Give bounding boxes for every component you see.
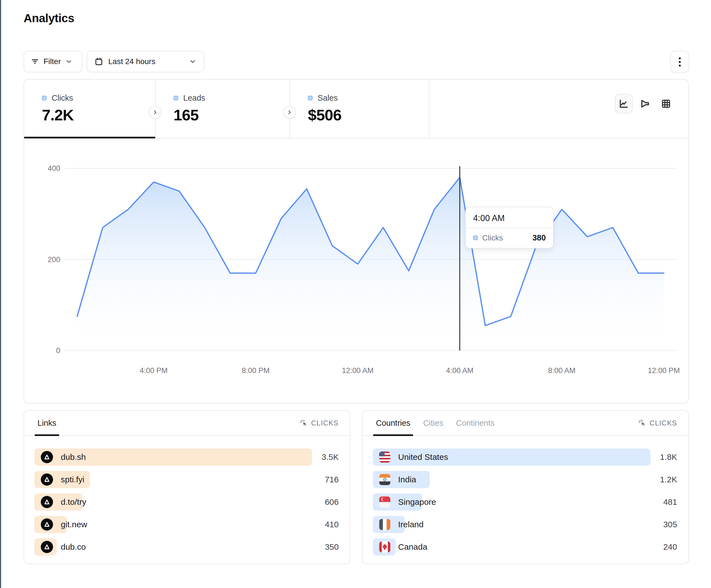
country-label: Singapore [398, 497, 436, 507]
tab-sales[interactable]: Sales $506 [289, 80, 430, 138]
line-chart-icon [619, 98, 629, 109]
tab-countries[interactable]: Countries [376, 410, 410, 435]
filter-icon [31, 58, 39, 66]
x-axis-tick: 8:00 AM [548, 366, 576, 375]
link-row[interactable]: d.to/try 606 [35, 493, 339, 511]
clicks-legend-swatch [42, 96, 47, 100]
link-label: dub.sh [61, 452, 86, 462]
country-flag-icon [379, 541, 390, 552]
date-range-label: Last 24 hours [108, 57, 155, 66]
y-axis-tick: 200 [35, 255, 60, 264]
tooltip-series-label: Clicks [482, 233, 503, 243]
metric-label: CLICKS [650, 419, 677, 427]
y-axis-tick: 400 [35, 164, 60, 173]
links-panel: Links CLICKS dub.sh 3.5K [24, 410, 350, 564]
dub-logo-icon [41, 518, 53, 530]
stat-label: Clicks [52, 93, 73, 103]
tooltip-time: 4:00 AM [466, 207, 553, 228]
country-clicks-value: 1.8K [660, 449, 677, 466]
dub-logo-icon [41, 451, 53, 463]
dub-logo-icon [41, 541, 53, 553]
sales-legend-swatch [308, 96, 313, 100]
countries-list: United States 1.8K India 1.2K [363, 436, 688, 556]
links-list: dub.sh 3.5K spti.fyi 716 [24, 436, 350, 556]
link-row[interactable]: dub.sh 3.5K [35, 449, 339, 466]
tooltip-value: 380 [533, 233, 546, 243]
country-row[interactable]: Ireland 305 [373, 516, 677, 533]
link-label: spti.fyi [61, 475, 84, 484]
country-row[interactable]: India 1.2K [373, 471, 677, 488]
window-edge [0, 0, 1, 588]
tab-continents[interactable]: Continents [456, 410, 495, 435]
date-range-button[interactable]: Last 24 hours [87, 51, 204, 72]
page-title: Analytics [24, 12, 74, 25]
link-clicks-value: 350 [325, 538, 339, 556]
countries-panel: Countries Cities Continents CLICKS [362, 410, 689, 564]
country-label: Canada [398, 542, 427, 552]
country-clicks-value: 305 [663, 516, 677, 533]
country-clicks-value: 240 [663, 538, 677, 556]
dub-logo-icon [41, 496, 53, 508]
stat-value: 165 [173, 106, 289, 124]
chart-type-toolbar [615, 94, 675, 113]
tab-label: Continents [456, 419, 495, 428]
link-label: git.new [61, 520, 87, 529]
country-clicks-value: 481 [663, 493, 677, 511]
link-row[interactable]: spti.fyi 716 [35, 471, 339, 488]
tab-label: Cities [423, 419, 444, 428]
filter-button-label: Filter [44, 57, 61, 66]
clicks-time-series-chart[interactable]: 0200400 4:00 PM8:00 PM12:00 AM4:00 AM8:0… [24, 138, 689, 404]
link-clicks-value: 410 [325, 516, 339, 533]
y-axis-tick: 0 [35, 346, 60, 355]
metric-label: CLICKS [311, 419, 339, 427]
tab-links[interactable]: Links [38, 410, 56, 435]
country-flag-icon [379, 452, 390, 462]
chart-area-fill [77, 178, 664, 350]
filter-button[interactable]: Filter [24, 51, 83, 72]
tab-label: Links [38, 419, 56, 428]
x-axis-tick: 4:00 PM [139, 366, 168, 375]
link-label: dub.co [61, 542, 86, 552]
tab-label: Countries [376, 419, 410, 428]
chevron-right-icon [286, 109, 293, 115]
country-label: Ireland [398, 520, 424, 529]
chevron-right-icon [152, 109, 158, 115]
country-row[interactable]: United States 1.8K [373, 449, 677, 466]
link-clicks-value: 716 [325, 471, 339, 488]
country-label: India [398, 475, 416, 484]
link-row[interactable]: git.new 410 [35, 516, 339, 533]
cursor-click-icon [638, 419, 646, 427]
table-view-button[interactable] [657, 94, 675, 113]
chevron-down-icon [189, 58, 197, 65]
country-label: United States [398, 452, 448, 462]
stats-row: Clicks 7.2K Leads 165 Sales $506 [24, 80, 688, 138]
funnel-view-button[interactable] [636, 94, 654, 113]
countries-metric-header[interactable]: CLICKS [638, 419, 677, 427]
stat-value: $506 [308, 106, 429, 124]
leads-legend-swatch [173, 96, 178, 100]
expand-clicks-button[interactable] [149, 106, 161, 119]
dub-logo-icon [41, 473, 53, 485]
chart-canvas [24, 138, 689, 404]
x-axis-tick: 12:00 PM [648, 366, 680, 375]
tab-cities[interactable]: Cities [423, 410, 444, 435]
chart-tooltip: 4:00 AM Clicks 380 [465, 207, 554, 249]
link-row[interactable]: dub.co 350 [35, 538, 339, 556]
country-flag-icon [379, 519, 390, 530]
country-row[interactable]: Singapore 481 [373, 493, 677, 511]
analytics-card: Clicks 7.2K Leads 165 Sales $506 [24, 79, 689, 404]
more-options-button[interactable] [670, 51, 689, 73]
expand-leads-button[interactable] [283, 106, 296, 119]
links-metric-header[interactable]: CLICKS [300, 419, 339, 427]
tooltip-legend-swatch [473, 235, 478, 240]
tab-clicks[interactable]: Clicks 7.2K [24, 80, 155, 138]
calendar-icon [94, 57, 103, 66]
country-flag-icon [379, 496, 390, 507]
x-axis-tick: 12:00 AM [342, 366, 374, 375]
country-row[interactable]: Canada 240 [373, 538, 677, 556]
country-flag-icon [379, 474, 390, 485]
country-clicks-value: 1.2K [660, 471, 677, 488]
tab-leads[interactable]: Leads 165 [155, 80, 289, 138]
chevron-down-icon [65, 58, 72, 65]
line-chart-view-button[interactable] [615, 94, 633, 113]
